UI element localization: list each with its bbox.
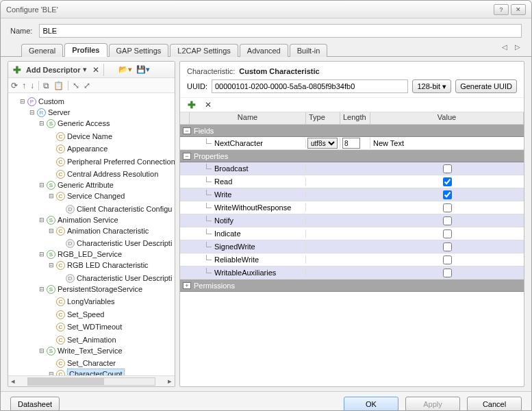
tree-node[interactable]: CDevice Name bbox=[48, 129, 173, 142]
property-row[interactable]: WritableAuxiliaries bbox=[180, 266, 524, 279]
property-row[interactable]: SignedWrite bbox=[180, 240, 524, 253]
property-checkbox[interactable] bbox=[443, 229, 452, 238]
field-length-input[interactable] bbox=[342, 138, 360, 149]
up-icon[interactable]: ↑ bbox=[22, 81, 26, 90]
add-descriptor-button[interactable]: Add Descriptor ▾ bbox=[25, 64, 88, 76]
profile-tree[interactable]: ⊟PCustom⊟RServer⊟SGeneric AccessCDevice … bbox=[8, 93, 175, 375]
tree-server[interactable]: ⊟RServer⊟SGeneric AccessCDevice NameCApp… bbox=[29, 107, 173, 375]
tree-node[interactable]: ⊟CService ChangedDClient Characteristic … bbox=[48, 190, 173, 214]
name-label: Name: bbox=[10, 27, 32, 35]
section-properties[interactable]: −Properties bbox=[180, 150, 524, 162]
property-row[interactable]: Read bbox=[180, 175, 524, 188]
characteristic-label: Characteristic: bbox=[187, 67, 235, 75]
d-badge-icon: D bbox=[66, 274, 75, 283]
generate-uuid-button[interactable]: Generate UUID bbox=[455, 79, 517, 93]
tree-node[interactable]: ⊟SGeneric AccessCDevice NameCAppearanceC… bbox=[38, 118, 173, 179]
uuid-bits-select[interactable]: 128-bit ▾ bbox=[412, 79, 451, 93]
property-row[interactable]: WriteWithoutResponse bbox=[180, 201, 524, 214]
copy-icon[interactable]: ⧉ bbox=[43, 81, 49, 90]
name-input[interactable] bbox=[39, 24, 522, 38]
property-checkbox[interactable] bbox=[443, 242, 452, 251]
tree-node[interactable]: CLongVariables bbox=[48, 295, 173, 308]
section-permissions[interactable]: +Permissions bbox=[180, 279, 524, 292]
expand-icon[interactable]: ⤡ bbox=[73, 81, 79, 90]
c-badge-icon: C bbox=[56, 310, 65, 319]
property-row[interactable]: Notify bbox=[180, 214, 524, 227]
tree-node[interactable]: CSet_WDTimeout bbox=[48, 320, 173, 333]
open-icon[interactable]: 📂▾ bbox=[117, 64, 134, 76]
collapse-icon[interactable]: ⤢ bbox=[84, 81, 90, 90]
tab-general[interactable]: General bbox=[21, 44, 63, 57]
ok-button[interactable]: OK bbox=[344, 397, 398, 412]
property-checkbox[interactable] bbox=[443, 269, 452, 277]
r-badge-icon: R bbox=[37, 108, 46, 117]
tab-built-in[interactable]: Built-in bbox=[290, 44, 328, 57]
delete-button[interactable]: ✕ bbox=[90, 64, 102, 76]
add-field-icon[interactable]: ✚ bbox=[186, 99, 198, 111]
property-row[interactable]: Write bbox=[180, 188, 524, 201]
cancel-button[interactable]: Cancel bbox=[467, 397, 522, 412]
tree-node[interactable]: ⊟CCharacterCountDClient Characteristic C… bbox=[48, 369, 173, 375]
field-row[interactable]: NextCharacter utf8s New Text bbox=[180, 137, 524, 150]
tree-node[interactable]: ⊟CAnimation CharacteristicDCharacteristi… bbox=[48, 225, 173, 249]
property-checkbox[interactable] bbox=[443, 164, 452, 173]
down-icon[interactable]: ↓ bbox=[30, 81, 34, 90]
tab-profiles[interactable]: Profiles bbox=[64, 43, 107, 57]
tree-node[interactable]: ⊟CRGB LED CharacteristicDCharacteristic … bbox=[48, 260, 173, 284]
tree-node[interactable]: CSet_Character bbox=[48, 356, 173, 369]
s-badge-icon: S bbox=[47, 216, 55, 225]
c-badge-icon: C bbox=[56, 323, 65, 332]
c-badge-icon: C bbox=[56, 359, 65, 368]
property-row[interactable]: Indicate bbox=[180, 227, 524, 240]
property-checkbox[interactable] bbox=[443, 190, 452, 199]
s-badge-icon: S bbox=[47, 119, 55, 128]
property-row[interactable]: Broadcast bbox=[180, 162, 524, 175]
property-checkbox[interactable] bbox=[443, 256, 452, 264]
field-type-select[interactable]: utf8s bbox=[307, 138, 338, 149]
property-row[interactable]: ReliableWrite bbox=[180, 253, 524, 266]
property-name: Broadcast bbox=[214, 164, 249, 173]
col-name: Name bbox=[190, 112, 306, 124]
tree-node[interactable]: CSet_Animation bbox=[48, 332, 173, 345]
tree-node[interactable]: CAppearance bbox=[48, 142, 173, 155]
tree-node[interactable]: CPeripheral Preferred Connection bbox=[48, 154, 173, 167]
tree-root[interactable]: ⊟PCustom⊟RServer⊟SGeneric AccessCDevice … bbox=[19, 96, 173, 375]
uuid-input[interactable] bbox=[212, 79, 409, 93]
c-badge-icon: C bbox=[56, 297, 65, 306]
tree-node[interactable]: DCharacteristic User Descripti bbox=[58, 271, 173, 284]
tree-node[interactable]: ⊟SAnimation Service⊟CAnimation Character… bbox=[38, 214, 173, 249]
apply-button[interactable]: Apply bbox=[405, 397, 460, 412]
tab-scroll[interactable]: ◁ ▷ bbox=[502, 43, 523, 51]
save-icon[interactable]: 💾▾ bbox=[135, 64, 151, 76]
window-title: Configure 'BLE' bbox=[6, 5, 492, 14]
delete-field-icon[interactable]: ✕ bbox=[202, 99, 214, 111]
property-name: ReliableWrite bbox=[214, 256, 259, 264]
tab-gap-settings[interactable]: GAP Settings bbox=[109, 44, 169, 57]
tab-advanced[interactable]: Advanced bbox=[240, 44, 288, 57]
tree-node[interactable]: ⊟SWrite_Text_ServiceCSet_Character⊟CChar… bbox=[38, 345, 173, 376]
tree-node[interactable]: ⊟SPersistentStorageServiceCLongVariables… bbox=[38, 284, 173, 345]
c-badge-icon: C bbox=[56, 145, 65, 153]
close-button[interactable]: ✕ bbox=[511, 4, 526, 15]
tree-node[interactable]: CSet_Speed bbox=[48, 307, 173, 320]
property-checkbox[interactable] bbox=[443, 177, 452, 186]
section-fields[interactable]: −Fields bbox=[180, 125, 524, 137]
s-badge-icon: S bbox=[47, 181, 55, 190]
property-checkbox[interactable] bbox=[443, 203, 452, 212]
tree-h-scrollbar[interactable]: ◂▸ bbox=[8, 375, 175, 386]
tree-node[interactable]: ⊟SRGB_LED_Service⊟CRGB LED Characteristi… bbox=[38, 249, 173, 284]
paste-icon[interactable]: 📋 bbox=[53, 81, 64, 90]
tabstrip: General Profiles GAP Settings L2CAP Sett… bbox=[1, 42, 531, 57]
help-button[interactable]: ? bbox=[494, 4, 509, 15]
tree-node[interactable]: CCentral Address Resolution bbox=[48, 167, 173, 180]
tree-node[interactable]: DClient Characteristic Configu bbox=[58, 201, 173, 214]
tree-node[interactable]: DCharacteristic User Descripti bbox=[58, 236, 173, 249]
property-name: WriteWithoutResponse bbox=[214, 203, 291, 212]
property-checkbox[interactable] bbox=[443, 216, 452, 225]
tab-l2cap-settings[interactable]: L2CAP Settings bbox=[170, 44, 238, 57]
tree-node[interactable]: ⊟SGeneric Attribute⊟CService ChangedDCli… bbox=[38, 179, 173, 214]
refresh-icon[interactable]: ⟳ bbox=[11, 81, 18, 90]
property-name: Notify bbox=[214, 216, 233, 225]
datasheet-button[interactable]: Datasheet bbox=[10, 397, 60, 412]
plus-icon: ✚ bbox=[11, 64, 23, 76]
